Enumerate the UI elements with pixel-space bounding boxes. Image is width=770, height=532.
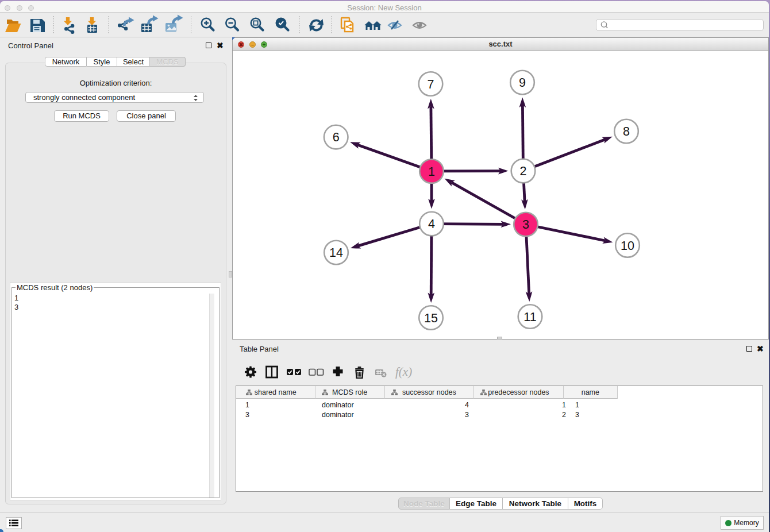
svg-text:2: 2	[520, 164, 527, 178]
svg-text:4: 4	[428, 217, 435, 231]
svg-text:14: 14	[329, 246, 343, 260]
svg-text:3: 3	[522, 218, 529, 232]
svg-text:11: 11	[523, 310, 536, 324]
svg-text:f(x): f(x)	[395, 365, 412, 379]
svg-text:6: 6	[333, 130, 340, 144]
svg-text:8: 8	[623, 125, 630, 138]
svg-text:9: 9	[519, 76, 526, 90]
svg-text:7: 7	[428, 78, 434, 91]
svg-text:1: 1	[428, 165, 435, 179]
svg-text:15: 15	[424, 311, 438, 325]
svg-text:10: 10	[621, 239, 634, 253]
